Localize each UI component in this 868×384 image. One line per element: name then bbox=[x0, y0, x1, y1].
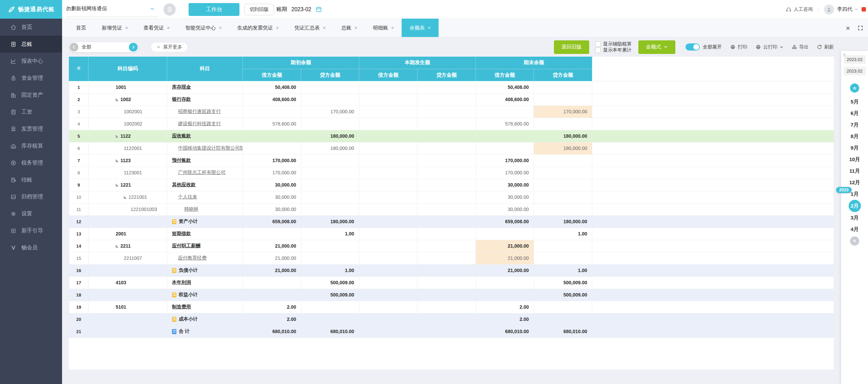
account-name-link[interactable]: 预付账款 bbox=[172, 157, 191, 164]
tab-close-icon[interactable]: × bbox=[354, 25, 357, 31]
table-row[interactable]: 18权益小计500,009.00500,009.00 bbox=[69, 289, 834, 301]
tab-close-icon[interactable]: × bbox=[391, 25, 394, 31]
sidebar-item-invoice[interactable]: 发票管理 bbox=[0, 120, 62, 137]
sidebar-item-inventory[interactable]: 库存核算 bbox=[0, 137, 62, 154]
sidebar-item-reports[interactable]: 报表中心 bbox=[0, 53, 62, 70]
avatar[interactable] bbox=[824, 4, 834, 15]
table-row[interactable]: 71123预付账款170,000.00170,000.00 bbox=[69, 154, 834, 167]
month-item-3月[interactable]: 3月 bbox=[848, 212, 862, 224]
account-name-link[interactable]: 应付职工薪酬 bbox=[172, 243, 200, 249]
month-item-4月[interactable]: 4月 bbox=[848, 224, 862, 235]
table-row[interactable]: 51122应收账款180,000.00180,000.00 bbox=[69, 130, 834, 142]
month-item-5月[interactable]: 5月 bbox=[848, 96, 862, 108]
column-settings-header[interactable] bbox=[69, 57, 89, 81]
sidebar-item-vip[interactable]: 畅会员 bbox=[0, 239, 62, 256]
sidebar-item-tax[interactable]: 税务管理 bbox=[0, 154, 62, 171]
back-old-version-button[interactable]: 退回旧版 bbox=[554, 40, 589, 54]
filter-next-icon[interactable] bbox=[129, 43, 138, 52]
tab-查看凭证[interactable]: 查看凭证× bbox=[136, 19, 177, 37]
table-row[interactable]: 20成本小计2.002.00 bbox=[69, 313, 834, 325]
account-name-link[interactable]: 本年利润 bbox=[172, 280, 191, 286]
tab-close-icon[interactable]: × bbox=[125, 25, 128, 31]
expand-more-button[interactable]: 展开更多 bbox=[151, 42, 188, 52]
account-name-link[interactable]: 其他应收款 bbox=[172, 182, 196, 188]
table-row[interactable]: 61122001中国移动集团设计院有限公司陕西180,000.00180,000… bbox=[69, 142, 834, 154]
month-item-11月[interactable]: 11月 bbox=[848, 165, 862, 177]
sidebar-item-home[interactable]: 首页 bbox=[0, 19, 62, 36]
table-row[interactable]: 111221001003韩晓林30,000.0030,000.00 bbox=[69, 203, 834, 215]
table-row[interactable]: 81123001广州联志工程有限公司170,000.00170,000.00 bbox=[69, 167, 834, 179]
table-row[interactable]: 142211应付职工薪酬21,000.0021,000.00 bbox=[69, 240, 834, 252]
months-scroll-down-icon[interactable] bbox=[850, 236, 859, 246]
month-item-7月[interactable]: 7月 bbox=[848, 119, 862, 131]
close-all-icon[interactable]: × bbox=[846, 24, 850, 32]
tab-首页[interactable]: 首页 bbox=[68, 19, 94, 37]
company-selector[interactable]: 勿删新锐网络通信 bbox=[66, 1, 158, 17]
tab-close-icon[interactable]: × bbox=[276, 25, 279, 31]
subject-filter[interactable]: 全部 bbox=[69, 42, 138, 52]
account-name-link[interactable]: 建设银行科技路支行 bbox=[178, 121, 221, 127]
tab-新增凭证[interactable]: 新增凭证× bbox=[94, 19, 136, 37]
tab-close-icon[interactable]: × bbox=[219, 25, 221, 31]
table-row[interactable]: 41002002建设银行科技路支行578,600.00578,600.00 bbox=[69, 118, 834, 130]
account-name-link[interactable]: 应收账款 bbox=[172, 133, 191, 139]
sidebar-item-closing[interactable]: 结账 bbox=[0, 171, 62, 188]
table-row[interactable]: 16负债小计21,000.001.0021,000.001.00 bbox=[69, 264, 834, 276]
account-name-link[interactable]: 应付教育经费 bbox=[178, 255, 207, 261]
sidebar-item-ledger[interactable]: 总账 bbox=[0, 36, 62, 53]
expand-arrow-icon[interactable] bbox=[116, 184, 119, 187]
table-row[interactable]: 152211007应付教育经费21,000.0021,000.00 bbox=[69, 252, 834, 264]
month-item-9月[interactable]: 9月 bbox=[848, 142, 862, 154]
checkbox-aux-accounting[interactable]: 显示辅助核算 bbox=[595, 41, 632, 47]
fullscreen-icon[interactable] bbox=[857, 25, 863, 31]
month-item-10月[interactable]: 10月 bbox=[848, 154, 862, 165]
account-name-link[interactable]: 招商银行唐延路支行 bbox=[178, 109, 221, 115]
switch-old-version-button[interactable]: 切到旧版 bbox=[244, 4, 274, 15]
tab-close-icon[interactable]: × bbox=[428, 25, 430, 31]
account-name-link[interactable]: 短期借款 bbox=[172, 231, 191, 237]
refresh-button[interactable]: 刷新 bbox=[817, 44, 834, 50]
checkbox-box[interactable] bbox=[595, 47, 601, 53]
sidebar-item-assets[interactable]: 固定资产 bbox=[0, 87, 62, 103]
user-name[interactable]: 李四代 bbox=[837, 6, 852, 13]
checkbox-box[interactable] bbox=[595, 41, 601, 47]
account-name-link[interactable]: 个人往来 bbox=[178, 194, 197, 200]
expand-arrow-icon[interactable] bbox=[116, 135, 119, 138]
tab-凭证汇总表[interactable]: 凭证汇总表× bbox=[287, 19, 333, 37]
expand-arrow-icon[interactable] bbox=[116, 159, 119, 162]
table-row[interactable]: 31002001招商银行唐延路支行170,000.00170,000.00 bbox=[69, 105, 834, 118]
expand-arrow-icon[interactable] bbox=[124, 196, 127, 199]
tab-close-icon[interactable]: × bbox=[323, 25, 326, 31]
months-scroll-up-icon[interactable] bbox=[850, 83, 859, 93]
tab-余额表[interactable]: 余额表× bbox=[402, 19, 438, 37]
tab-生成的发票凭证[interactable]: 生成的发票凭证× bbox=[230, 19, 287, 37]
table-row[interactable]: 21合 计680,010.00680,010.00680,010.00680,0… bbox=[69, 325, 834, 338]
tab-close-icon[interactable]: × bbox=[167, 25, 170, 31]
print-button[interactable]: 打印 bbox=[730, 44, 747, 50]
sidebar-item-archive[interactable]: 归档管理 bbox=[0, 188, 62, 205]
account-name-link[interactable]: 银行存款 bbox=[172, 96, 191, 102]
consult-link[interactable]: 人工咨询 bbox=[794, 6, 813, 13]
table-row[interactable]: 195101制造费用2.002.00 bbox=[69, 301, 834, 313]
table-row[interactable]: 21002银行存款408,600.00408,600.00 bbox=[69, 93, 834, 105]
table-row[interactable]: 101221001个人往来30,000.0030,000.00 bbox=[69, 191, 834, 203]
expand-arrow-icon[interactable] bbox=[116, 98, 119, 101]
table-row[interactable]: 11001库存现金50,408.0050,408.00 bbox=[69, 81, 834, 93]
sidebar-item-guide[interactable]: 新手引导 bbox=[0, 222, 62, 239]
tab-智能凭证中心[interactable]: 智能凭证中心× bbox=[177, 19, 229, 37]
accounting-period[interactable]: 账期 2023-02 bbox=[276, 0, 322, 19]
period-to-box[interactable]: 2023.02 bbox=[844, 67, 866, 75]
account-name-link[interactable]: 广州联志工程有限公司 bbox=[178, 170, 226, 176]
cloud-print-button[interactable]: 云打印 bbox=[755, 44, 784, 50]
table-row[interactable]: 12资产小计659,008.00180,000.00659,008.00180,… bbox=[69, 215, 834, 228]
month-item-6月[interactable]: 6月 bbox=[848, 108, 862, 119]
company-info-icon[interactable] bbox=[163, 3, 176, 16]
checkbox-year-to-date[interactable]: 显示本年累计 bbox=[595, 47, 632, 53]
month-item-2月[interactable]: 2月 bbox=[849, 200, 861, 212]
account-name-link[interactable]: 韩晓林 bbox=[184, 206, 198, 212]
account-name-link[interactable]: 制造费用 bbox=[172, 304, 191, 310]
sidebar-item-funds[interactable]: 资金管理 bbox=[0, 70, 62, 87]
export-button[interactable]: 导出 bbox=[792, 44, 809, 50]
table-row[interactable]: 91221其他应收款30,000.0030,000.00 bbox=[69, 179, 834, 191]
table-row[interactable]: 174103本年利润500,009.00500,009.00 bbox=[69, 276, 834, 289]
